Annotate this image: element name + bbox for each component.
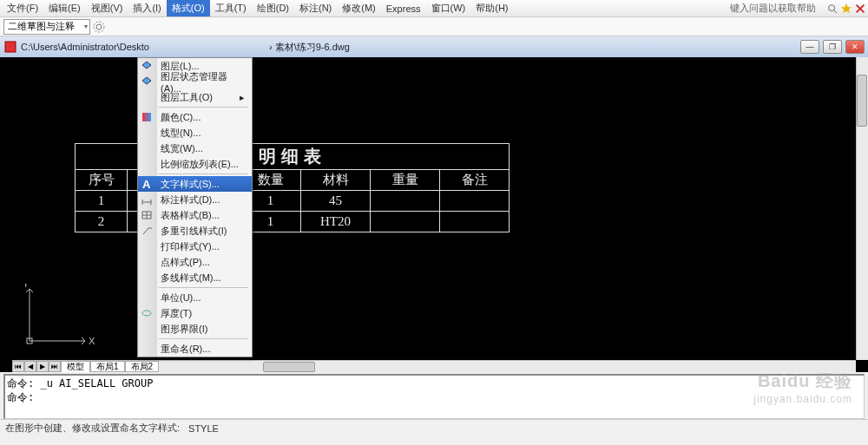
menu-format[interactable]: 格式(O) <box>167 0 210 16</box>
blank-icon <box>140 271 154 285</box>
statusbar: 在图形中创建、修改或设置命名文字样式: STYLE <box>0 419 868 436</box>
leader-icon <box>140 224 154 238</box>
menu-item-item-14[interactable]: 点样式(P)... <box>138 254 252 270</box>
command-prompt[interactable]: 命令: <box>7 390 862 404</box>
blank-icon <box>140 157 154 171</box>
svg-rect-10 <box>142 113 151 121</box>
menu-item-item-7[interactable]: 比例缩放列表(E)... <box>138 156 252 172</box>
menubar: 文件(F) 编辑(E) 视图(V) 插入(I) 格式(O) 工具(T) 绘图(D… <box>0 0 868 17</box>
blank-icon <box>140 342 154 356</box>
menu-item-item-17[interactable]: 单位(U)... <box>138 290 252 305</box>
star-icon[interactable] <box>840 3 852 15</box>
blank-icon <box>140 90 154 104</box>
menu-item-item-19[interactable]: 图形界限(I) <box>138 321 252 337</box>
close-button[interactable]: ✕ <box>845 40 865 54</box>
menu-item-color-4[interactable]: 颜色(C)... <box>138 109 252 125</box>
help-hint-input[interactable]: 键入问题以获取帮助 <box>730 2 819 15</box>
menu-modify[interactable]: 修改(M) <box>337 0 381 16</box>
color-icon <box>140 110 154 124</box>
blank-icon <box>140 126 154 140</box>
menu-item-item-2[interactable]: 图层工具(O)▸ <box>138 89 252 105</box>
tab-layout2[interactable]: 布局2 <box>125 361 160 372</box>
workspace-dropdown[interactable]: 二维草图与注释 <box>3 19 90 35</box>
thick-icon <box>140 306 154 320</box>
menu-item-label: 文字样式(S)... <box>161 178 220 191</box>
svg-rect-7 <box>5 42 16 52</box>
document-titlebar: C:\Users\Administrator\Deskto › 素材\练习9-6… <box>0 36 868 57</box>
layers-icon <box>140 75 154 88</box>
menu-item-text-9[interactable]: A文字样式(S)... <box>138 176 252 192</box>
svg-point-6 <box>94 22 104 32</box>
menu-insert[interactable]: 插入(I) <box>128 0 166 16</box>
document-path-right: › 素材\练习9-6.dwg <box>269 41 350 54</box>
menu-item-item-6[interactable]: 线宽(W)... <box>138 141 252 156</box>
menu-item-label: 线宽(W)... <box>161 142 203 155</box>
blank-icon <box>140 255 154 269</box>
workspace-toolbar: 二维草图与注释 <box>0 17 868 36</box>
ucs-icon: Y X <box>17 284 95 353</box>
menu-view[interactable]: 视图(V) <box>86 0 128 16</box>
text-icon: A <box>140 177 154 191</box>
status-hint: 在图形中创建、修改或设置命名文字样式: <box>5 422 180 435</box>
drawing-workspace[interactable]: 图层(L)...图层状态管理器(A)...图层工具(O)▸颜色(C)...线型(… <box>0 57 868 372</box>
maximize-button[interactable]: ❐ <box>823 40 842 54</box>
search-icon[interactable] <box>826 3 838 15</box>
table-header: 材料 <box>301 170 371 191</box>
tab-model[interactable]: 模型 <box>61 361 90 372</box>
blank-icon <box>140 322 154 336</box>
menu-dimension[interactable]: 标注(N) <box>294 0 337 16</box>
svg-text:Y: Y <box>23 284 30 289</box>
blank-icon <box>140 291 154 304</box>
blank-icon <box>140 239 154 253</box>
svg-line-1 <box>834 10 838 13</box>
tab-layout1[interactable]: 布局1 <box>90 361 125 372</box>
gear-icon[interactable] <box>92 20 106 34</box>
menu-item-label: 图形界限(I) <box>161 323 207 336</box>
menu-item-label: 厚度(T) <box>161 307 192 320</box>
menu-item-label: 重命名(R)... <box>161 343 210 356</box>
tab-scroll-next[interactable]: ▶ <box>36 361 49 372</box>
menu-item-item-21[interactable]: 重命名(R)... <box>138 341 252 357</box>
menu-item-item-13[interactable]: 打印样式(Y)... <box>138 239 252 254</box>
close-icon[interactable] <box>854 3 866 15</box>
menu-item-dim-10[interactable]: 标注样式(D)... <box>138 192 252 207</box>
layers-icon <box>140 59 154 73</box>
submenu-arrow-icon: ▸ <box>240 92 245 103</box>
command-history-line: 命令: _u AI_SELALL GROUP <box>7 376 862 390</box>
blank-icon <box>140 141 154 155</box>
menu-item-label: 颜色(C)... <box>161 111 201 124</box>
menu-edit[interactable]: 编辑(E) <box>43 0 86 16</box>
svg-point-5 <box>96 24 102 29</box>
tab-scroll-last[interactable]: ⏭ <box>49 361 61 372</box>
command-line[interactable]: 命令: _u AI_SELALL GROUP 命令: <box>3 374 865 419</box>
menu-help[interactable]: 帮助(H) <box>470 0 513 16</box>
menu-express[interactable]: Express <box>381 2 426 16</box>
svg-text:X: X <box>89 336 95 346</box>
menu-item-item-15[interactable]: 多线样式(M)... <box>138 270 252 285</box>
menu-item-layers-1[interactable]: 图层状态管理器(A)... <box>138 74 252 89</box>
menu-draw[interactable]: 绘图(D) <box>252 0 294 16</box>
menu-item-label: 比例缩放列表(E)... <box>161 158 239 171</box>
menu-item-label: 标注样式(D)... <box>161 193 220 206</box>
vertical-scrollbar[interactable] <box>856 57 868 360</box>
svg-marker-9 <box>142 77 151 84</box>
menu-tools[interactable]: 工具(T) <box>210 0 252 16</box>
menu-item-thick-18[interactable]: 厚度(T) <box>138 305 252 321</box>
horizontal-scroll-thumb[interactable] <box>263 362 315 372</box>
menu-file[interactable]: 文件(F) <box>2 0 43 16</box>
menu-window[interactable]: 窗口(W) <box>426 0 471 16</box>
menu-item-table-11[interactable]: 表格样式(B)... <box>138 207 252 223</box>
autocad-icon <box>3 40 17 54</box>
svg-marker-2 <box>841 3 852 12</box>
format-dropdown-menu: 图层(L)...图层状态管理器(A)...图层工具(O)▸颜色(C)...线型(… <box>137 57 253 357</box>
menu-item-label: 表格样式(B)... <box>161 209 220 222</box>
table-header: 序号 <box>76 170 128 191</box>
menu-item-item-5[interactable]: 线型(N)... <box>138 125 252 141</box>
minimize-button[interactable]: — <box>800 40 819 54</box>
menu-item-label: 图层工具(O) <box>161 91 213 104</box>
tab-scroll-first[interactable]: ⏮ <box>12 361 24 372</box>
menu-item-label: 单位(U)... <box>161 291 201 304</box>
menu-item-label: 线型(N)... <box>161 127 201 140</box>
menu-item-leader-12[interactable]: 多重引线样式(I) <box>138 223 252 239</box>
tab-scroll-prev[interactable]: ◀ <box>24 361 36 372</box>
